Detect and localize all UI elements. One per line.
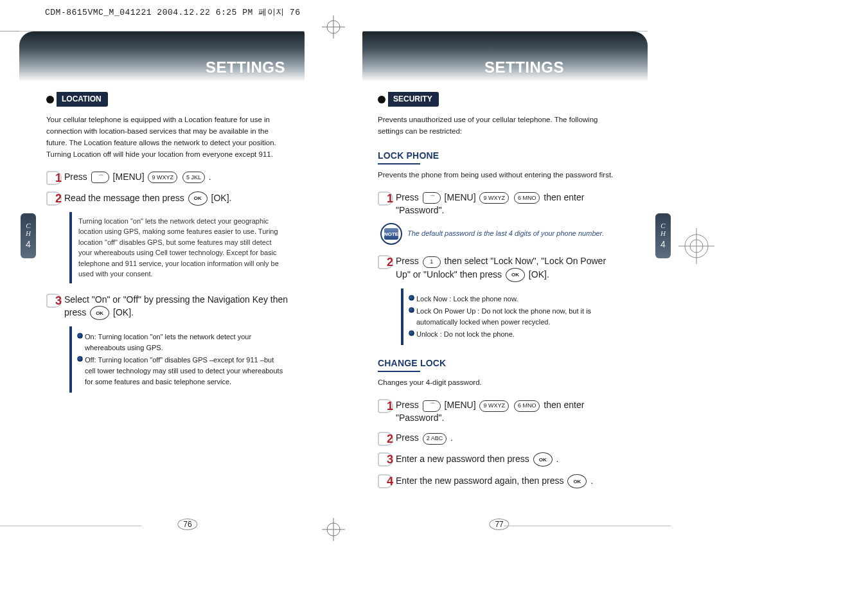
crop-rule-bottom-left xyxy=(0,526,141,526)
page-right: SETTINGS SECURITY Prevents unauthorized … xyxy=(362,31,648,526)
change-step-4: 4 Enter the new password again, then pre… xyxy=(378,473,621,488)
key-9-icon: 9 WXYZ xyxy=(479,192,509,204)
ok-key-icon: OK xyxy=(506,268,525,282)
key-6-icon: 6 MNO xyxy=(514,192,540,204)
page-number-left: 76 xyxy=(177,519,197,530)
crop-mark-top-icon xyxy=(322,15,345,39)
change-lock-desc: Changes your 4-digit password. xyxy=(378,377,621,389)
key-6-icon: 6 MNO xyxy=(514,400,540,412)
softkey-icon: ⌒ xyxy=(423,192,441,204)
ok-key-icon: OK xyxy=(533,452,553,466)
crop-mark-bottom-icon xyxy=(322,518,345,541)
key-9-icon: 9 WXYZ xyxy=(148,172,177,183)
note-badge-icon: NOTE xyxy=(380,223,402,245)
on-off-bullets: On: Turning location "on" lets the netwo… xyxy=(69,326,289,393)
page-number-right: 77 xyxy=(489,519,509,530)
crop-rule-bottom-right xyxy=(504,526,671,526)
security-intro: Prevents unauthorized use of your cellul… xyxy=(378,114,621,138)
softkey-icon: ⌒ xyxy=(91,172,109,183)
registration-mark-icon xyxy=(678,228,714,264)
step-2: 2 Read the message then press OK [OK]. xyxy=(46,190,289,206)
default-password-note: NOTE The default password is the last 4 … xyxy=(380,223,621,245)
section-tag-security: SECURITY xyxy=(378,92,439,107)
ok-key-icon: OK xyxy=(188,191,208,206)
key-5-icon: 5 JKL xyxy=(182,172,205,183)
header-gradient-left: SETTINGS xyxy=(19,31,305,82)
lock-phone-heading: LOCK PHONE xyxy=(378,149,621,162)
lock-phone-desc: Prevents the phone from being used witho… xyxy=(378,170,621,181)
print-header: CDM-8615VMC_M_041221 2004.12.22 6:25 PM … xyxy=(45,6,300,18)
page-left: SETTINGS LOCATION Your cellular telephon… xyxy=(19,31,305,526)
key-2-icon: 2 ABC xyxy=(423,433,447,445)
lock-options-bullets: Lock Now : Lock the phone now. Lock On P… xyxy=(401,289,621,345)
change-lock-heading: CHANGE LOCK xyxy=(378,357,621,369)
page-title: SETTINGS xyxy=(206,58,285,76)
key-9-icon: 9 WXYZ xyxy=(479,400,509,412)
change-step-2: 2 Press 2 ABC . xyxy=(378,431,621,445)
lock-step-1: 1 Press ⌒ [MENU] 9 WXYZ 6 MNO then enter… xyxy=(378,190,621,217)
step-1: 1 Press ⌒ [MENU] 9 WXYZ 5 JKL . xyxy=(46,170,289,184)
lock-step-2: 2 Press 1 then select "Lock Now", "Lock … xyxy=(378,254,621,282)
softkey-icon: ⌒ xyxy=(423,400,441,412)
change-step-3: 3 Enter a new password then press OK . xyxy=(378,451,621,466)
key-1-icon: 1 xyxy=(423,256,441,268)
change-step-1: 1 Press ⌒ [MENU] 9 WXYZ 6 MNO then enter… xyxy=(378,398,621,424)
location-note-box: Turning location "on" lets the network d… xyxy=(69,212,289,283)
spread: SETTINGS LOCATION Your cellular telephon… xyxy=(19,31,649,526)
page-title: SETTINGS xyxy=(484,58,564,76)
ok-key-icon: OK xyxy=(90,306,109,320)
ok-key-icon: OK xyxy=(567,474,587,488)
header-gradient-right: SETTINGS xyxy=(362,31,648,82)
chapter-tab-right: CH 4 xyxy=(655,213,671,258)
step-3: 3 Select "On" or "Off" by pressing the N… xyxy=(46,292,289,321)
section-tag-location: LOCATION xyxy=(46,92,108,107)
page-gutter xyxy=(305,31,362,526)
location-intro: Your cellular telephone is equipped with… xyxy=(46,114,289,160)
